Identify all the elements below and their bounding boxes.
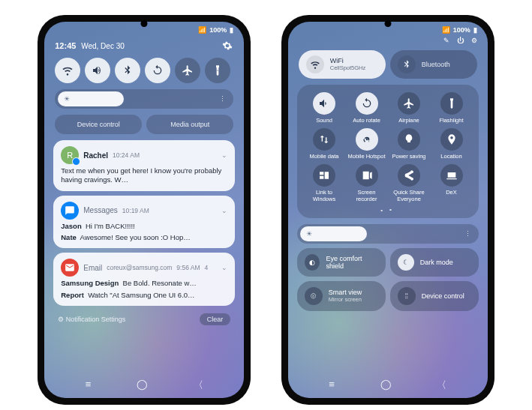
- time-date: 12:45 Wed, Dec 30: [55, 41, 125, 50]
- media-output-pill[interactable]: Media output: [146, 115, 233, 134]
- sound-toggle[interactable]: [85, 58, 110, 83]
- qs-tile-powersave[interactable]: Power saving: [389, 128, 428, 160]
- app-name: Email: [83, 264, 102, 272]
- qs-tile-airplane[interactable]: Airplane: [389, 92, 428, 124]
- notification-time: 9:56 AM: [176, 264, 200, 271]
- qs-tile-location[interactable]: Location: [432, 128, 471, 160]
- qs-tile-flashlight[interactable]: Flashlight: [432, 92, 471, 124]
- notification-line: Report Watch "At Samsung One UI 6.0…: [61, 291, 227, 300]
- qs-tile-label: Quick Share Everyone: [389, 189, 428, 202]
- qs-tile-quickshare[interactable]: Quick Share Everyone: [389, 164, 428, 202]
- bluetooth-tile[interactable]: Bluetooth: [390, 50, 477, 79]
- bluetooth-toggle[interactable]: [115, 58, 140, 83]
- notification-settings-link[interactable]: ⚙ Notification Settings: [58, 316, 125, 323]
- brightness-fill: ☀: [300, 226, 367, 241]
- contact-avatar: R: [61, 146, 79, 164]
- sound-icon: [313, 92, 335, 115]
- app-name: Messages: [83, 206, 118, 214]
- qs-tile-dex[interactable]: DeX: [432, 164, 471, 202]
- eye-icon: ◐: [305, 254, 320, 271]
- messages-app-icon: [61, 202, 79, 220]
- dex-icon: [440, 164, 463, 187]
- wifi-toggle[interactable]: [55, 58, 80, 83]
- wifi-tile[interactable]: WiFi CellSpot5GHz: [299, 50, 386, 79]
- qs-tile-label: Power saving: [392, 153, 425, 160]
- edit-icon[interactable]: ✎: [443, 37, 449, 44]
- quick-toggle-row: [44, 58, 244, 89]
- battery-icon: ▮: [230, 26, 233, 34]
- qs-grid: SoundAuto rotateAirplaneFlashlight Mobil…: [297, 85, 479, 218]
- qs-tile-recorder[interactable]: Screen recorder: [347, 164, 386, 202]
- notification-body: Text me when you get here! I know you're…: [61, 166, 227, 185]
- dark-mode-tile[interactable]: ☾ Dark mode: [390, 248, 479, 277]
- airplane-toggle[interactable]: [175, 58, 200, 83]
- power-icon[interactable]: ⏻: [457, 37, 464, 44]
- moon-icon: ☾: [398, 254, 414, 271]
- notification-count: 4: [205, 264, 209, 271]
- brightness-more-icon[interactable]: ⋮: [219, 95, 226, 103]
- home-button[interactable]: ◯: [380, 379, 392, 392]
- qs-tile-label: Link to Windows: [305, 189, 344, 202]
- eye-comfort-tile[interactable]: ◐ Eye comfort shield: [297, 248, 386, 277]
- quickshare-icon: [398, 164, 420, 187]
- nav-bar: ≡ ◯ 〈: [288, 376, 488, 395]
- eye-comfort-label: Eye comfort shield: [326, 255, 377, 270]
- chevron-down-icon[interactable]: ⌄: [221, 264, 227, 271]
- quick-settings-screen: 📶 100% ▮ ✎ ⏻ ⚙ WiFi CellSpot5GHz: [288, 22, 488, 398]
- recents-button[interactable]: ≡: [86, 379, 92, 392]
- brightness-slider[interactable]: ☀ ⋮: [297, 224, 479, 244]
- location-icon: [440, 128, 463, 151]
- chevron-down-icon[interactable]: ⌄: [221, 207, 227, 214]
- recents-button[interactable]: ≡: [329, 379, 335, 392]
- panel-header: 12:45 Wed, Dec 30: [44, 35, 244, 58]
- hotspot-icon: [356, 128, 378, 151]
- phone-notification-panel: 📶 100% ▮ 12:45 Wed, Dec 30 ☀ ⋮: [38, 15, 251, 405]
- brightness-slider[interactable]: ☀ ⋮: [55, 89, 233, 109]
- notification-time: 10:24 AM: [113, 151, 140, 159]
- clock-date: Wed, Dec 30: [81, 42, 125, 50]
- home-button[interactable]: ◯: [137, 379, 148, 392]
- qs-tile-label: Sound: [316, 117, 332, 124]
- nav-bar: ≡ ◯ 〈: [44, 376, 244, 395]
- brightness-more-icon[interactable]: ⋮: [464, 230, 471, 238]
- settings-icon[interactable]: ⚙: [471, 37, 477, 44]
- bluetooth-icon: [398, 55, 416, 73]
- settings-button[interactable]: [221, 40, 233, 52]
- smart-view-sub: Mirror screen: [329, 297, 362, 303]
- qs-tile-hotspot[interactable]: Mobile Hotspot: [347, 128, 386, 160]
- recorder-icon: [356, 164, 378, 187]
- cast-icon: ⦾: [305, 287, 323, 305]
- pill-row: Device control Media output: [44, 115, 244, 140]
- clock-time: 12:45: [55, 41, 76, 50]
- qs-tile-autorotate[interactable]: Auto rotate: [347, 92, 386, 124]
- qs-tile-sound[interactable]: Sound: [305, 92, 344, 124]
- clear-all-button[interactable]: Clear: [200, 313, 231, 325]
- grid-icon: ⦙⦙: [398, 287, 416, 305]
- notification-card[interactable]: R Rachel 10:24 AM ⌄ Text me when you get…: [53, 140, 235, 191]
- brightness-icon: ☀: [64, 95, 70, 103]
- qs-tile-label: Flashlight: [439, 117, 463, 124]
- account-email: coreux@samsung.com: [107, 264, 172, 271]
- chevron-down-icon[interactable]: ⌄: [221, 151, 227, 159]
- notification-line: Samsung Design Be Bold. Resonate w…: [61, 279, 227, 288]
- rotate-toggle[interactable]: [145, 58, 170, 83]
- device-control-tile[interactable]: ⦙⦙ Device control: [390, 281, 479, 311]
- back-button[interactable]: 〈: [437, 379, 446, 392]
- battery-text: 100%: [209, 26, 227, 34]
- smart-view-tile[interactable]: ⦾ Smart view Mirror screen: [297, 281, 386, 311]
- qs-tile-linkwindows[interactable]: Link to Windows: [305, 164, 344, 202]
- mobiledata-icon: [313, 128, 335, 151]
- page-indicator: • ∘: [303, 207, 473, 214]
- notification-card[interactable]: Messages 10:19 AM ⌄ Jason Hi I'm BACK!!!…: [53, 196, 235, 249]
- qs-tile-label: Mobile data: [310, 153, 339, 160]
- linkwindows-icon: [313, 164, 335, 187]
- flashlight-toggle[interactable]: [205, 58, 230, 83]
- app-badge-icon: [72, 157, 80, 166]
- powersave-icon: [398, 128, 420, 151]
- back-button[interactable]: 〈: [194, 379, 203, 392]
- notification-line: Nate Awesome! See you soon :O Hop…: [61, 233, 227, 242]
- notification-card[interactable]: Email coreux@samsung.com 9:56 AM 4 ⌄ Sam…: [53, 253, 235, 306]
- qs-tile-mobiledata[interactable]: Mobile data: [305, 128, 344, 160]
- email-app-icon: [61, 259, 79, 277]
- device-control-pill[interactable]: Device control: [55, 115, 142, 134]
